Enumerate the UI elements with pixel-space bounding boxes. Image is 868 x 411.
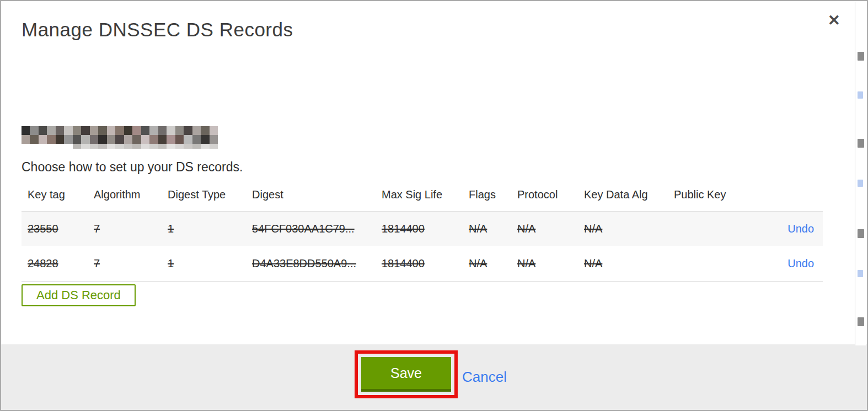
background-text-fragment <box>858 180 863 187</box>
page-title: Manage DNSSEC DS Records <box>22 19 293 41</box>
table-cell: 1 <box>162 257 246 270</box>
background-text-fragment <box>858 270 863 277</box>
table-cell: D4A33E8DD550A9... <box>246 257 376 270</box>
table-cell: N/A <box>511 223 578 235</box>
undo-cell: Undo <box>756 223 823 235</box>
ds-records-table: Key tagAlgorithmDigest TypeDigestMax Sig… <box>22 183 823 282</box>
column-header: Flags <box>463 183 511 211</box>
save-button[interactable]: Save <box>361 357 451 392</box>
table-cell: N/A <box>511 257 578 270</box>
annotation-red-box: Save <box>355 350 458 398</box>
column-header: Protocol <box>511 183 578 211</box>
background-text-fragment <box>858 139 864 148</box>
table-cell: N/A <box>578 223 668 235</box>
table-body: 235507154FCF030AA1C79...1814400N/AN/AN/A… <box>22 211 823 282</box>
column-header: Public Key <box>668 183 756 211</box>
cancel-link[interactable]: Cancel <box>462 369 507 386</box>
table-row: 2482871D4A33E8DD550A9...1814400N/AN/AN/A… <box>22 246 823 281</box>
table-cell: 23550 <box>22 223 88 235</box>
column-header: Algorithm <box>88 183 162 211</box>
table-cell: 1814400 <box>376 257 463 270</box>
undo-link[interactable]: Undo <box>787 257 814 269</box>
background-page-strip <box>855 2 866 345</box>
redacted-domain-name <box>22 126 218 144</box>
table-cell: 1814400 <box>376 223 463 235</box>
table-cell: 1 <box>162 223 246 235</box>
background-text-fragment <box>858 91 863 99</box>
add-ds-record-button[interactable]: Add DS Record <box>22 284 136 306</box>
table-row: 235507154FCF030AA1C79...1814400N/AN/AN/A… <box>22 212 823 246</box>
undo-cell: Undo <box>756 257 823 270</box>
table-cell: 7 <box>88 257 162 270</box>
column-header: Key Data Alg <box>578 183 668 211</box>
dnssec-modal-window: Manage DNSSEC DS Records ✕ Choose how to… <box>0 0 868 411</box>
column-header: Max Sig Life <box>376 183 463 211</box>
table-cell: 7 <box>88 223 162 235</box>
table-cell: N/A <box>463 223 511 235</box>
modal-footer: Save Cancel <box>1 344 867 410</box>
table-cell: 24828 <box>22 257 88 270</box>
table-cell: N/A <box>463 257 511 270</box>
undo-link[interactable]: Undo <box>787 223 814 235</box>
close-icon[interactable]: ✕ <box>828 13 840 28</box>
column-header: Digest Type <box>162 183 246 211</box>
table-cell: N/A <box>578 257 668 270</box>
column-header: Key tag <box>22 183 88 211</box>
column-header: Digest <box>246 183 376 211</box>
redacted-domain-shadow <box>73 144 218 149</box>
background-text-fragment <box>858 317 864 326</box>
table-cell: 54FCF030AA1C79... <box>246 223 376 235</box>
subtitle: Choose how to set up your DS records. <box>22 160 243 175</box>
background-text-fragment <box>858 52 864 61</box>
table-header-row: Key tagAlgorithmDigest TypeDigestMax Sig… <box>22 183 823 211</box>
background-text-fragment <box>858 229 864 238</box>
